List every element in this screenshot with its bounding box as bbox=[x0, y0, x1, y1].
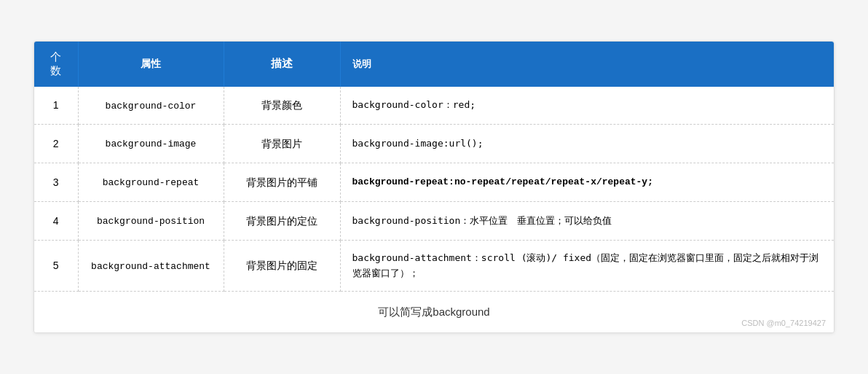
header-explain: 说明 bbox=[340, 42, 834, 87]
table-row: 4background-position背景图片的定位background-po… bbox=[34, 202, 834, 241]
cell-explain: background-image:url(); bbox=[340, 125, 834, 163]
header-desc: 描述 bbox=[224, 42, 340, 87]
cell-explain: background-attachment：scroll (滚动)/ fixed… bbox=[340, 240, 834, 292]
cell-desc: 背景图片的平铺 bbox=[224, 163, 340, 202]
cell-attr: background-color bbox=[78, 87, 224, 125]
cell-num: 2 bbox=[34, 125, 78, 163]
cell-num: 5 bbox=[34, 240, 78, 292]
cell-explain: background-color：red; bbox=[340, 87, 834, 125]
table-row: 3background-repeat背景图片的平铺background-repe… bbox=[34, 163, 834, 202]
cell-attr: background-attachment bbox=[78, 240, 224, 292]
table-row: 5background-attachment背景图片的固定background-… bbox=[34, 240, 834, 292]
header-num: 个数 bbox=[34, 42, 78, 87]
cell-desc: 背景颜色 bbox=[224, 87, 340, 125]
cell-desc: 背景图片的定位 bbox=[224, 202, 340, 241]
cell-attr: background-repeat bbox=[78, 163, 224, 202]
table-row: 2background-image背景图片background-image:ur… bbox=[34, 125, 834, 163]
cell-num: 4 bbox=[34, 202, 78, 241]
cell-attr: background-position bbox=[78, 202, 224, 241]
table-container: 个数 属性 描述 说明 1background-color背景颜色backgro… bbox=[33, 41, 835, 334]
cell-desc: 背景图片的固定 bbox=[224, 240, 340, 292]
cell-desc: 背景图片 bbox=[224, 125, 340, 163]
cell-num: 3 bbox=[34, 163, 78, 202]
cell-explain: background-position：水平位置 垂直位置；可以给负值 bbox=[340, 202, 834, 241]
cell-num: 1 bbox=[34, 87, 78, 125]
cell-attr: background-image bbox=[78, 125, 224, 163]
properties-table: 个数 属性 描述 说明 1background-color背景颜色backgro… bbox=[34, 42, 834, 333]
table-wrapper: 个数 属性 描述 说明 1background-color背景颜色backgro… bbox=[33, 41, 835, 334]
header-attr: 属性 bbox=[78, 42, 224, 87]
watermark: CSDN @m0_74219427 bbox=[741, 319, 826, 327]
footer-text: 可以简写成background bbox=[34, 292, 834, 333]
table-header-row: 个数 属性 描述 说明 bbox=[34, 42, 834, 87]
cell-explain: background-repeat:no-repeat/repeat/repea… bbox=[340, 163, 834, 202]
footer-row: 可以简写成background bbox=[34, 292, 834, 333]
table-row: 1background-color背景颜色background-color：re… bbox=[34, 87, 834, 125]
